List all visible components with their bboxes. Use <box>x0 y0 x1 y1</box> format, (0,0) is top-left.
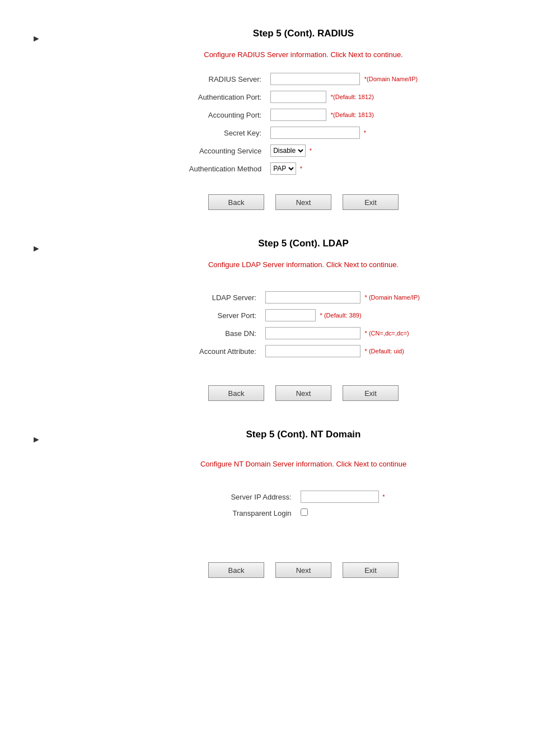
ntdomain-content: Step 5 (Cont). NT Domain Configure NT Do… <box>73 429 534 578</box>
acct-service-field: Disable * <box>266 142 422 160</box>
base-dn-input[interactable] <box>265 327 360 339</box>
base-dn-field: * (CN=,dc=,dc=) <box>261 324 424 342</box>
server-ip-label: Server IP Address: <box>218 488 296 506</box>
secret-key-required: * <box>364 129 366 136</box>
ldap-section: ► Step 5 (Cont). LDAP Configure LDAP Ser… <box>0 232 534 407</box>
server-ip-field: * <box>296 488 390 506</box>
auth-port-placeholder: *(Default: 1812) <box>331 94 374 100</box>
auth-method-select[interactable]: PAP <box>270 162 296 175</box>
ldap-content: Step 5 (Cont). LDAP Configure LDAP Serve… <box>73 238 534 401</box>
radius-content: Step 5 (Cont). RADIUS Configure RADIUS S… <box>73 28 534 210</box>
ldap-server-placeholder: * (Domain Name/IP) <box>365 294 420 301</box>
ldap-port-input[interactable] <box>265 309 316 321</box>
ldap-port-placeholder: * (Default: 389) <box>320 312 362 319</box>
ntdomain-form: Server IP Address: * Transparent Login <box>218 488 390 520</box>
radius-server-row: RADIUS Server: *(Domain Name/IP) <box>185 70 422 88</box>
ldap-server-label: LDAP Server: <box>182 288 261 306</box>
ldap-server-input[interactable] <box>265 291 360 304</box>
auth-port-label: Authentication Port: <box>185 88 266 106</box>
ldap-title: Step 5 (Cont). LDAP <box>258 238 349 249</box>
radius-next-button[interactable]: Next <box>275 194 331 210</box>
radius-server-field: *(Domain Name/IP) <box>266 70 422 88</box>
transparent-login-field <box>296 506 390 520</box>
auth-port-row: Authentication Port: *(Default: 1812) <box>185 88 422 106</box>
ldap-server-row: LDAP Server: * (Domain Name/IP) <box>182 288 424 306</box>
ntdomain-title: Step 5 (Cont). NT Domain <box>246 429 361 440</box>
ldap-server-field: * (Domain Name/IP) <box>261 288 424 306</box>
radius-server-placeholder: *(Domain Name/IP) <box>364 76 418 82</box>
secret-key-field: * <box>266 124 422 142</box>
transparent-login-label: Transparent Login <box>218 506 296 520</box>
radius-back-button[interactable]: Back <box>208 194 264 210</box>
auth-method-required: * <box>300 165 302 172</box>
ldap-port-label: Server Port: <box>182 306 261 324</box>
ntdomain-section: ► Step 5 (Cont). NT Domain Configure NT … <box>0 423 534 584</box>
auth-method-field: PAP * <box>266 160 422 178</box>
radius-exit-button[interactable]: Exit <box>343 194 399 210</box>
arrow-radius: ► <box>0 28 73 210</box>
base-dn-row: Base DN: * (CN=,dc=,dc=) <box>182 324 424 342</box>
acct-port-field: *(Default: 1813) <box>266 106 422 124</box>
acct-port-input[interactable] <box>270 109 326 121</box>
ntdomain-exit-button[interactable]: Exit <box>343 562 399 578</box>
server-ip-required: * <box>382 493 385 500</box>
radius-section: ► Step 5 (Cont). RADIUS Configure RADIUS… <box>0 22 534 216</box>
ntdomain-next-button[interactable]: Next <box>275 562 331 578</box>
acct-service-select[interactable]: Disable <box>270 144 306 157</box>
acct-attr-placeholder: * (Default: uid) <box>365 348 404 354</box>
radius-button-row: Back Next Exit <box>208 194 399 210</box>
acct-attr-row: Account Attribute: * (Default: uid) <box>182 342 424 360</box>
base-dn-placeholder: * (CN=,dc=,dc=) <box>365 330 409 337</box>
auth-method-label: Authentication Method <box>185 160 266 178</box>
acct-attr-label: Account Attribute: <box>182 342 261 360</box>
secret-key-input[interactable] <box>270 127 360 139</box>
base-dn-label: Base DN: <box>182 324 261 342</box>
ldap-button-row: Back Next Exit <box>208 385 399 401</box>
server-ip-row: Server IP Address: * <box>218 488 390 506</box>
radius-server-input[interactable] <box>270 73 360 85</box>
acct-port-placeholder: *(Default: 1813) <box>331 111 374 118</box>
ntdomain-button-row: Back Next Exit <box>208 562 399 578</box>
acct-service-label: Accounting Service <box>185 142 266 160</box>
ntdomain-subtitle: Configure NT Domain Server information. … <box>200 460 406 468</box>
auth-port-field: *(Default: 1812) <box>266 88 422 106</box>
transparent-login-checkbox[interactable] <box>301 508 308 516</box>
secret-key-row: Secret Key: * <box>185 124 422 142</box>
acct-service-required: * <box>310 147 312 154</box>
ldap-back-button[interactable]: Back <box>208 385 264 401</box>
ldap-exit-button[interactable]: Exit <box>343 385 399 401</box>
auth-method-row: Authentication Method PAP * <box>185 160 422 178</box>
arrow-ldap: ► <box>0 238 73 401</box>
ntdomain-back-button[interactable]: Back <box>208 562 264 578</box>
auth-port-input[interactable] <box>270 91 326 103</box>
radius-server-label: RADIUS Server: <box>185 70 266 88</box>
ldap-form: LDAP Server: * (Domain Name/IP) Server P… <box>182 288 424 360</box>
acct-port-row: Accounting Port: *(Default: 1813) <box>185 106 422 124</box>
acct-attr-input[interactable] <box>265 345 360 357</box>
radius-title: Step 5 (Cont). RADIUS <box>253 28 354 39</box>
ldap-port-row: Server Port: * (Default: 389) <box>182 306 424 324</box>
radius-subtitle: Configure RADIUS Server information. Cli… <box>204 50 402 59</box>
acct-port-label: Accounting Port: <box>185 106 266 124</box>
radius-form: RADIUS Server: *(Domain Name/IP) Authent… <box>185 70 422 178</box>
ldap-next-button[interactable]: Next <box>275 385 331 401</box>
transparent-login-row: Transparent Login <box>218 506 390 520</box>
acct-service-row: Accounting Service Disable * <box>185 142 422 160</box>
acct-attr-field: * (Default: uid) <box>261 342 424 360</box>
ldap-port-field: * (Default: 389) <box>261 306 424 324</box>
secret-key-label: Secret Key: <box>185 124 266 142</box>
ldap-subtitle: Configure LDAP Server information. Click… <box>208 260 399 269</box>
page-container: ► Step 5 (Cont). RADIUS Configure RADIUS… <box>0 11 534 756</box>
arrow-ntdomain: ► <box>0 429 73 578</box>
server-ip-input[interactable] <box>301 491 379 503</box>
